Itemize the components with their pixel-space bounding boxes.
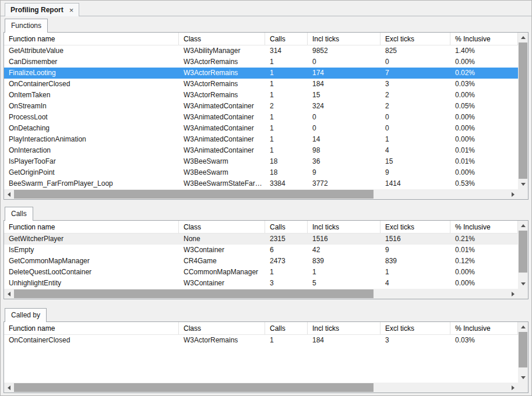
table-cell: 324 [308,101,380,112]
tab-calls-label: Calls [11,210,27,218]
table-row[interactable]: IsPlayerTooFarW3BeeSwarm1836150.01% [4,156,518,167]
table-cell: OnDetaching [4,123,179,134]
table-cell: 2 [380,90,450,101]
column-header[interactable]: Incl ticks [308,322,380,334]
table-cell: 1414 [380,178,450,189]
tab-calls[interactable]: Calls [5,207,33,221]
table-row[interactable]: OnItemTakenW3ActorRemains11520.00% [4,90,518,101]
column-header[interactable]: Calls [265,33,308,45]
table-row[interactable]: GetOriginPointW3BeeSwarm18990.00% [4,167,518,178]
column-header[interactable]: Function name [4,322,179,334]
table-cell: 3384 [265,178,308,189]
table-cell: 0.21% [450,234,518,245]
table-cell: 0.01% [450,245,518,256]
column-header[interactable]: Class [179,221,265,233]
scrollbar-thumb[interactable] [519,332,527,367]
table-cell: 0 [380,123,450,134]
column-header[interactable]: Excl ticks [380,33,450,45]
table-row[interactable]: GetAttributeValueW3AbilityManager3149852… [4,45,518,56]
column-header[interactable]: Calls [265,322,308,334]
scrollbar-thumb[interactable] [14,383,374,392]
scroll-left-button[interactable] [4,383,14,393]
table-row[interactable]: IsEmptyW3Container64290.01% [4,245,518,256]
scroll-left-button[interactable] [4,189,14,199]
calls-table: Function nameClassCallsIncl ticksExcl ti… [3,220,529,299]
table-cell: 1 [265,90,308,101]
table-row[interactable]: BeeSwarm_FarFromPlayer_LoopW3BeeSwarmSta… [4,178,518,189]
scrollbar-thumb[interactable] [14,289,374,298]
column-header[interactable]: Function name [4,33,179,45]
table-cell: 0.00% [450,267,518,278]
horizontal-scrollbar[interactable] [4,189,518,199]
scroll-down-button[interactable] [518,373,528,383]
column-header[interactable]: Class [179,322,265,334]
scroll-up-button[interactable] [518,322,528,332]
table-cell: W3Container [179,245,265,256]
table-cell: 3772 [308,178,380,189]
document-tabstrip: Profiling Report × [1,1,531,16]
horizontal-scrollbar[interactable] [4,383,518,393]
table-row[interactable]: DeleteQuestLootContainerCCommonMapManage… [4,267,518,278]
table-cell: 1 [308,267,380,278]
scrollbar-thumb[interactable] [519,43,527,179]
scroll-right-button[interactable] [508,383,518,393]
table-row[interactable]: OnContainerClosedW3ActorRemains118430.03… [4,335,518,346]
table-cell: W3ActorRemains [179,68,265,79]
scrollbar-thumb[interactable] [14,190,374,199]
tab-profiling-report[interactable]: Profiling Report × [5,3,79,16]
column-header[interactable]: Function name [4,221,179,233]
table-row[interactable]: OnStreamInW3AnimatedContainer232420.05% [4,101,518,112]
column-header[interactable]: Excl ticks [380,322,450,334]
table-cell: 0.01% [450,156,518,167]
table-row[interactable]: CanDismemberW3ActorRemains1000.00% [4,56,518,68]
tab-functions[interactable]: Functions [5,19,48,33]
scroll-down-button[interactable] [518,179,528,189]
functions-table: Function nameClassCallsIncl ticksExcl ti… [3,32,529,200]
vertical-scrollbar[interactable] [518,221,528,289]
table-row[interactable]: GetWitcherPlayerNone2315151615160.21% [4,234,518,245]
vertical-scrollbar[interactable] [518,322,528,383]
scroll-right-button[interactable] [508,289,518,299]
table-cell: 839 [380,256,450,267]
scroll-down-icon [521,282,526,285]
scroll-up-button[interactable] [518,221,528,231]
tab-functions-label: Functions [11,22,41,30]
scrollbar-corner [518,383,528,393]
vertical-scrollbar[interactable] [518,33,528,189]
scroll-left-icon [8,192,10,197]
scrollbar-corner [518,289,528,299]
tab-called-by[interactable]: Called by [5,308,47,322]
table-row[interactable]: UnhighlightEntityW3Container3540.00% [4,278,518,289]
table-cell: 0.00% [450,56,518,68]
column-header[interactable]: % Inclusive [450,33,518,45]
column-header[interactable]: Excl ticks [380,221,450,233]
close-icon[interactable]: × [69,6,74,14]
table-cell: 4 [380,145,450,156]
scrollbar-thumb[interactable] [519,231,527,273]
table-cell: 0 [308,56,380,68]
table-row[interactable]: ProcessLootW3AnimatedContainer1000.00% [4,112,518,123]
table-cell: IsPlayerTooFar [4,156,179,167]
column-header[interactable]: % Inclusive [450,322,518,334]
column-header[interactable]: Class [179,33,265,45]
column-header[interactable]: % Inclusive [450,221,518,233]
scroll-down-button[interactable] [518,279,528,289]
table-row[interactable]: GetCommonMapManagerCR4Game24738398390.12… [4,256,518,267]
table-row[interactable]: PlayInteractionAnimationW3AnimatedContai… [4,134,518,145]
functions-grid: Function nameClassCallsIncl ticksExcl ti… [4,33,518,189]
column-header[interactable]: Incl ticks [308,33,380,45]
table-cell: 839 [308,256,380,267]
table-row[interactable]: OnInteractionW3AnimatedContainer19840.01… [4,145,518,156]
scroll-up-button[interactable] [518,33,528,43]
table-row[interactable]: OnDetachingW3AnimatedContainer1000.00% [4,123,518,134]
scroll-right-button[interactable] [508,189,518,199]
table-row[interactable]: OnContainerClosedW3ActorRemains118430.03… [4,79,518,90]
table-cell: 0.05% [450,101,518,112]
horizontal-scrollbar[interactable] [4,289,518,299]
table-cell: 3 [380,79,450,90]
table-cell: 0.01% [450,145,518,156]
table-row[interactable]: FinalizeLootingW3ActorRemains117470.02% [4,68,518,79]
column-header[interactable]: Calls [265,221,308,233]
scroll-left-button[interactable] [4,289,14,299]
column-header[interactable]: Incl ticks [308,221,380,233]
